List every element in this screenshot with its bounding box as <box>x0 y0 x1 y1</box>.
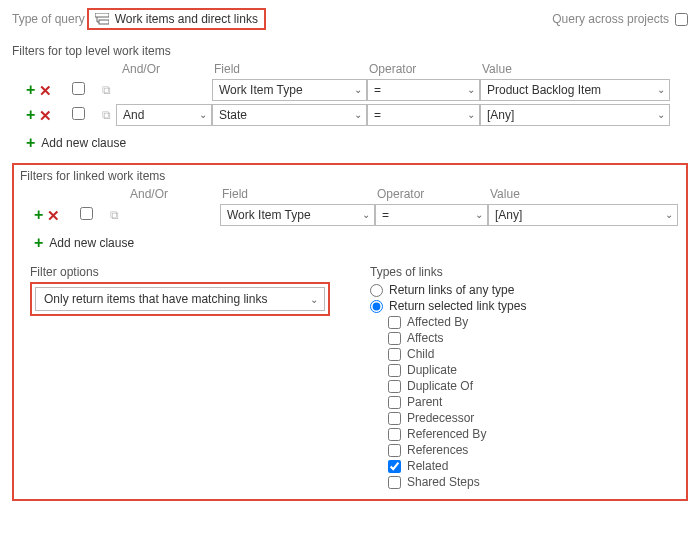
link-type-label: Duplicate Of <box>407 379 473 393</box>
link-type-checkbox[interactable] <box>388 476 401 489</box>
andor-select-value: And <box>123 108 144 122</box>
row-checkbox[interactable] <box>72 82 85 95</box>
work-items-links-icon <box>95 13 109 25</box>
svg-rect-0 <box>95 13 109 17</box>
operator-select[interactable]: =⌄ <box>367 104 480 126</box>
link-type-label: Affected By <box>407 315 468 329</box>
link-type-checkbox[interactable] <box>388 396 401 409</box>
add-row-button[interactable]: + <box>26 82 35 98</box>
top-clause-row: +✕⧉And⌄State⌄=⌄[Any]⌄ <box>12 104 688 126</box>
link-type-label: Predecessor <box>407 411 474 425</box>
filter-options-value: Only return items that have matching lin… <box>44 292 267 306</box>
linked-filters-title: Filters for linked work items <box>20 169 680 183</box>
chevron-down-icon: ⌄ <box>310 294 318 305</box>
top-clause-row: +✕⧉Work Item Type⌄=⌄Product Backlog Item… <box>12 79 688 101</box>
chevron-down-icon: ⌄ <box>657 84 665 95</box>
top-filters-title: Filters for top level work items <box>12 44 688 58</box>
row-checkbox[interactable] <box>72 107 85 120</box>
group-icon: ⧉ <box>102 83 113 97</box>
remove-row-button[interactable]: ✕ <box>39 108 52 123</box>
chevron-down-icon: ⌄ <box>362 209 370 220</box>
chevron-down-icon: ⌄ <box>657 109 665 120</box>
plus-icon: + <box>26 135 35 151</box>
link-type-row: Parent <box>388 395 680 409</box>
radio-selected-label: Return selected link types <box>389 299 526 313</box>
chevron-down-icon: ⌄ <box>475 209 483 220</box>
chevron-down-icon: ⌄ <box>199 109 207 120</box>
row-checkbox[interactable] <box>80 207 93 220</box>
radio-any-label: Return links of any type <box>389 283 514 297</box>
operator-select-value: = <box>382 208 389 222</box>
link-type-label: Parent <box>407 395 442 409</box>
link-type-row: Affected By <box>388 315 680 329</box>
value-select[interactable]: Product Backlog Item⌄ <box>480 79 670 101</box>
chevron-down-icon: ⌄ <box>467 109 475 120</box>
add-row-button[interactable]: + <box>26 107 35 123</box>
chevron-down-icon: ⌄ <box>665 209 673 220</box>
col-andor: And/Or <box>110 187 220 201</box>
link-type-label: Referenced By <box>407 427 486 441</box>
link-type-row: Shared Steps <box>388 475 680 489</box>
group-icon: ⧉ <box>102 108 113 122</box>
link-type-checkbox[interactable] <box>388 348 401 361</box>
field-select[interactable]: Work Item Type⌄ <box>212 79 367 101</box>
field-select-value: Work Item Type <box>227 208 311 222</box>
link-type-checkbox[interactable] <box>388 444 401 457</box>
linked-clause-row: +✕⧉Work Item Type⌄=⌄[Any]⌄ <box>20 204 680 226</box>
value-select[interactable]: [Any]⌄ <box>480 104 670 126</box>
field-select-value: State <box>219 108 247 122</box>
link-type-checkbox[interactable] <box>388 316 401 329</box>
group-icon: ⧉ <box>110 208 121 222</box>
link-type-label: Shared Steps <box>407 475 480 489</box>
link-type-checkbox[interactable] <box>388 428 401 441</box>
link-type-label: Affects <box>407 331 443 345</box>
link-type-checkbox[interactable] <box>388 332 401 345</box>
link-type-label: Child <box>407 347 434 361</box>
link-type-row: References <box>388 443 680 457</box>
link-type-checkbox[interactable] <box>388 364 401 377</box>
link-type-checkbox[interactable] <box>388 380 401 393</box>
operator-select[interactable]: =⌄ <box>375 204 488 226</box>
link-type-checkbox[interactable] <box>388 460 401 473</box>
link-type-row: Duplicate <box>388 363 680 377</box>
link-type-checkbox[interactable] <box>388 412 401 425</box>
link-type-row: Affects <box>388 331 680 345</box>
field-select[interactable]: State⌄ <box>212 104 367 126</box>
query-across-checkbox[interactable] <box>675 13 688 26</box>
value-select[interactable]: [Any]⌄ <box>488 204 678 226</box>
radio-any-type[interactable] <box>370 284 383 297</box>
svg-rect-1 <box>99 20 109 24</box>
add-clause-linked[interactable]: + Add new clause <box>20 229 680 257</box>
remove-row-button[interactable]: ✕ <box>39 83 52 98</box>
value-select-value: [Any] <box>487 108 514 122</box>
filter-options-label: Filter options <box>30 265 330 279</box>
operator-select[interactable]: =⌄ <box>367 79 480 101</box>
radio-selected-types[interactable] <box>370 300 383 313</box>
col-value: Value <box>488 187 678 201</box>
link-type-label: Related <box>407 459 448 473</box>
col-operator: Operator <box>367 62 480 76</box>
link-type-row: Duplicate Of <box>388 379 680 393</box>
value-select-value: Product Backlog Item <box>487 83 601 97</box>
col-operator: Operator <box>375 187 488 201</box>
add-clause-label: Add new clause <box>41 136 126 150</box>
query-type-selector[interactable]: Work items and direct links <box>87 8 266 30</box>
col-field: Field <box>212 62 367 76</box>
add-clause-label: Add new clause <box>49 236 134 250</box>
value-select-value: [Any] <box>495 208 522 222</box>
remove-row-button[interactable]: ✕ <box>47 208 60 223</box>
plus-icon: + <box>34 235 43 251</box>
operator-select-value: = <box>374 83 381 97</box>
field-select-value: Work Item Type <box>219 83 303 97</box>
col-value: Value <box>480 62 670 76</box>
andor-select[interactable]: And⌄ <box>116 104 212 126</box>
field-select[interactable]: Work Item Type⌄ <box>220 204 375 226</box>
link-type-row: Referenced By <box>388 427 680 441</box>
add-row-button[interactable]: + <box>34 207 43 223</box>
operator-select-value: = <box>374 108 381 122</box>
chevron-down-icon: ⌄ <box>467 84 475 95</box>
chevron-down-icon: ⌄ <box>354 109 362 120</box>
add-clause-top[interactable]: + Add new clause <box>12 129 688 157</box>
filter-options-select[interactable]: Only return items that have matching lin… <box>35 287 325 311</box>
link-type-row: Related <box>388 459 680 473</box>
